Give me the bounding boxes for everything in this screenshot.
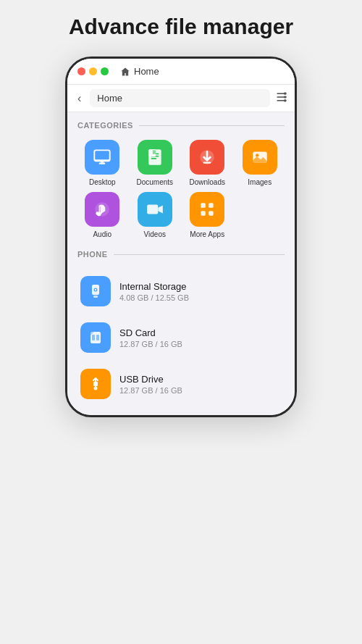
more-apps-icon-bg (190, 192, 224, 227)
svg-rect-9 (96, 151, 110, 159)
svg-rect-7 (99, 163, 106, 164)
category-more-apps[interactable]: More Apps (182, 192, 232, 238)
storage-item-usb[interactable]: USB Drive 12.87 GB / 16 GB (77, 361, 285, 406)
title-bar: Home (67, 59, 295, 85)
more-apps-label: More Apps (190, 230, 224, 238)
svg-rect-26 (147, 205, 158, 214)
desktop-icon-bg (85, 140, 119, 175)
home-icon (120, 67, 130, 77)
category-downloads[interactable]: Downloads (182, 140, 232, 186)
titlebar-home: Home (120, 66, 159, 77)
svg-rect-4 (284, 96, 286, 98)
category-audio[interactable]: Audio (77, 192, 127, 238)
documents-label: Documents (136, 178, 173, 186)
sdcard-icon (87, 329, 104, 346)
category-grid: Desktop D (77, 140, 285, 238)
svg-point-34 (95, 289, 96, 290)
documents-icon (146, 148, 164, 167)
images-label: Images (248, 178, 272, 186)
internal-storage-icon-bg (80, 276, 111, 306)
storage-item-internal[interactable]: Internal Storage 4.08 GB / 12.55 GB (77, 269, 285, 314)
list-view-icon[interactable] (276, 91, 287, 106)
minimize-button[interactable] (89, 67, 97, 75)
traffic-lights (77, 67, 109, 75)
videos-icon (146, 200, 164, 219)
audio-icon-bg (85, 192, 119, 227)
svg-rect-37 (96, 335, 99, 340)
svg-point-24 (96, 212, 99, 214)
storage-list: Internal Storage 4.08 GB / 12.55 GB (77, 269, 285, 406)
svg-rect-39 (94, 381, 97, 385)
svg-rect-28 (209, 203, 214, 208)
usb-icon-bg (80, 369, 111, 399)
usb-size: 12.87 GB / 16 GB (119, 386, 182, 395)
phone-frame: Home ‹ CATEGORIES (65, 57, 297, 417)
audio-icon (93, 200, 111, 219)
downloads-label: Downloads (190, 178, 225, 186)
svg-rect-36 (92, 335, 95, 340)
categories-divider (139, 125, 285, 126)
images-icon-bg (243, 140, 277, 175)
svg-rect-29 (201, 211, 206, 216)
category-videos[interactable]: Videos (130, 192, 180, 238)
svg-point-38 (94, 387, 98, 390)
categories-label: CATEGORIES (77, 121, 133, 130)
svg-rect-3 (284, 92, 286, 94)
path-input[interactable] (90, 89, 270, 107)
category-desktop[interactable]: Desktop (77, 140, 127, 186)
close-button[interactable] (77, 67, 85, 75)
svg-rect-32 (93, 296, 98, 298)
nav-bar: ‹ (67, 85, 295, 112)
content-area: CATEGORIES Desktop (67, 112, 295, 415)
svg-rect-25 (99, 206, 101, 214)
downloads-icon-bg (190, 140, 224, 175)
svg-rect-5 (284, 99, 286, 101)
images-icon (251, 148, 269, 167)
storage-item-sdcard[interactable]: SD Card 12.87 GB / 16 GB (77, 315, 285, 360)
videos-icon-bg (138, 192, 172, 227)
page-title: Advance file manager (54, 14, 308, 39)
downloads-icon (198, 148, 216, 167)
categories-header: CATEGORIES (77, 121, 285, 130)
category-documents[interactable]: Documents (130, 140, 180, 186)
internal-storage-info: Internal Storage 4.08 GB / 12.55 GB (119, 281, 189, 302)
audio-label: Audio (93, 230, 111, 238)
phone-inner: Home ‹ CATEGORIES (67, 59, 295, 415)
sdcard-name: SD Card (119, 327, 182, 338)
internal-storage-name: Internal Storage (119, 281, 189, 292)
titlebar-home-label: Home (134, 66, 159, 77)
svg-rect-17 (203, 162, 211, 164)
more-apps-icon (198, 200, 216, 219)
documents-icon-bg (138, 140, 172, 175)
usb-name: USB Drive (119, 374, 182, 385)
phone-divider (114, 254, 285, 255)
internal-storage-icon (87, 283, 104, 300)
phone-header: PHONE (77, 250, 285, 259)
back-button[interactable]: ‹ (75, 91, 84, 106)
svg-rect-30 (209, 211, 214, 216)
maximize-button[interactable] (101, 67, 109, 75)
svg-point-19 (256, 154, 258, 156)
svg-rect-22 (101, 207, 102, 214)
phone-label: PHONE (77, 250, 108, 259)
sdcard-icon-bg (80, 322, 111, 353)
internal-storage-size: 4.08 GB / 12.55 GB (119, 293, 189, 302)
desktop-label: Desktop (89, 178, 116, 186)
category-images[interactable]: Images (235, 140, 285, 186)
svg-rect-27 (201, 203, 206, 208)
usb-info: USB Drive 12.87 GB / 16 GB (119, 374, 182, 395)
sdcard-size: 12.87 GB / 16 GB (119, 340, 182, 348)
videos-label: Videos (144, 230, 166, 238)
usb-icon (87, 375, 104, 393)
desktop-icon (93, 148, 111, 167)
svg-rect-14 (151, 158, 156, 159)
sdcard-info: SD Card 12.87 GB / 16 GB (119, 327, 182, 348)
